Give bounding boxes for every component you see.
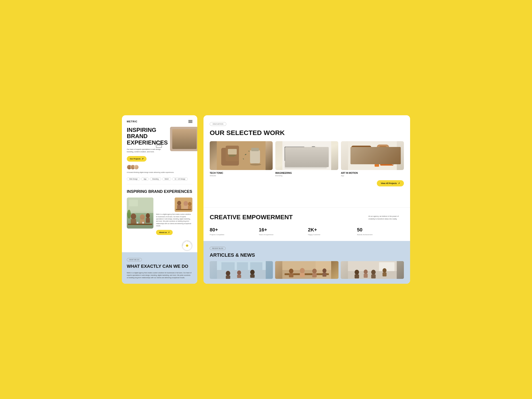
projects-grid: TECH TONIC Website [210,141,404,177]
stat-label-customers: Happy Customer [308,234,355,236]
svg-rect-122 [355,274,359,279]
what-we-do-section: WHAT WE DO WHAT EXACTLY CAN WE DO Metric… [122,252,197,284]
arrow-icon: ↗ [142,158,143,160]
svg-rect-27 [177,205,181,209]
svg-point-28 [184,201,188,206]
what-we-do-badge: WHAT WE DO [127,258,142,261]
tag-web3[interactable]: Web3 [162,177,171,181]
svg-point-98 [226,271,230,276]
svg-rect-83 [354,150,355,151]
project-thumb-2 [275,141,338,170]
svg-rect-0 [170,127,197,151]
project-name-1: TECH TONIC [210,172,273,174]
stat-label-experience: Years of experience [259,234,306,236]
stat-projects: 80+ Projects Completed [210,227,257,236]
project-type-2: Branding [275,175,338,177]
svg-point-19 [146,213,150,218]
svg-rect-79 [351,146,371,161]
stat-label-awards: Awards Achievement [357,234,404,236]
article-thumb-3[interactable] [341,261,404,279]
svg-rect-52 [285,147,304,161]
svg-point-56 [309,148,318,157]
crosshair-icon: + [156,142,162,148]
selected-work-section: INNOVATION OUR SELECTED WORK [203,115,410,207]
hero-description: Our team of experts specializes in web d… [127,148,162,153]
svg-rect-16 [131,219,136,225]
hamburger-button[interactable] [188,120,192,123]
svg-rect-14 [129,200,138,206]
inspiring-image-placeholder [127,197,153,228]
svg-line-59 [313,152,316,153]
svg-rect-47 [250,150,260,163]
creative-description: At our agency, we believe in the power o… [368,214,404,220]
project-image-2 [275,141,338,170]
creative-section: CREATIVE EMPOWERMENT At our agency, we b… [203,207,410,241]
articles-title: ARTICLES & NEWS [210,252,404,258]
svg-rect-118 [379,262,394,271]
article-thumb-1[interactable] [210,261,273,279]
inspiring-body-text: Metric is a digital agency that creates … [156,213,192,227]
project-name-3: ART IN MOTION [341,172,404,174]
what-description: Metric is a digital agency that creates … [127,272,192,279]
logo: METRIC [127,120,137,123]
svg-rect-20 [146,218,150,223]
svg-point-125 [371,270,375,275]
stat-number-projects: 80+ [210,227,257,233]
our-projects-button[interactable]: Our Projects ↗ [127,156,146,162]
inspiring-image-sm-placeholder [175,197,192,212]
article-thumb-2[interactable] [275,261,338,279]
view-all-projects-button[interactable]: View All Projects ↗ [377,180,404,186]
tag-branding[interactable]: Branding [150,177,161,181]
svg-rect-80 [353,147,370,160]
svg-rect-24 [142,222,144,224]
svg-rect-103 [250,274,255,278]
tag-app[interactable]: App [141,177,149,181]
stat-number-awards: 50 [357,227,404,233]
tag-ui-ux[interactable]: UI – UX Design [172,177,188,181]
svg-rect-124 [364,274,367,278]
stat-awards: 50 Awards Achievement [357,227,404,236]
svg-rect-2 [175,140,180,146]
svg-rect-111 [300,273,305,277]
svg-rect-71 [307,163,309,165]
stats-row: 80+ Projects Completed 16+ Years of expe… [210,227,404,236]
svg-rect-88 [379,146,387,157]
svg-point-102 [250,270,255,275]
innovation-badge: INNOVATION [210,122,226,126]
svg-rect-11 [193,144,195,146]
svg-rect-62 [285,162,327,168]
project-card-tech-tonic[interactable]: TECH TONIC Website [210,141,273,177]
svg-rect-61 [312,156,315,158]
project-card-imagineering[interactable]: IMAGINEERING Branding [275,141,338,177]
arrow-icon: ↗ [168,231,170,234]
svg-point-21 [127,210,131,219]
svg-rect-82 [354,148,355,149]
svg-rect-73 [313,163,314,165]
about-us-button[interactable]: About us ↗ [156,230,173,235]
project-image-1 [210,141,273,170]
svg-rect-109 [289,273,293,277]
svg-rect-113 [312,273,317,277]
svg-rect-9 [185,143,190,146]
svg-rect-74 [315,163,317,165]
hero-section: METRIC INSPIRING BRAND EXPERIENCES Our t… [122,115,197,162]
svg-rect-84 [354,152,355,153]
creative-title: CREATIVE EMPOWERMENT [210,214,364,221]
arrow-icon: ↗ [398,182,400,184]
project-type-1: Website [210,175,273,177]
project-card-art-in-motion[interactable]: ART IN MOTION App [341,141,404,177]
tag-web-design[interactable]: Web Design [127,177,140,181]
svg-point-5 [189,134,193,139]
right-panel: INNOVATION OUR SELECTED WORK [203,115,410,284]
svg-rect-32 [176,209,191,210]
svg-rect-10 [173,144,175,146]
svg-rect-96 [237,262,248,270]
hero-image-placeholder [170,127,197,151]
svg-rect-101 [237,275,241,278]
svg-point-123 [364,270,367,274]
svg-point-1 [175,134,180,140]
what-title: WHAT EXACTLY CAN WE DO [127,264,192,269]
project-name-2: IMAGINEERING [275,172,338,174]
svg-rect-51 [282,141,331,170]
svg-rect-76 [321,163,325,165]
